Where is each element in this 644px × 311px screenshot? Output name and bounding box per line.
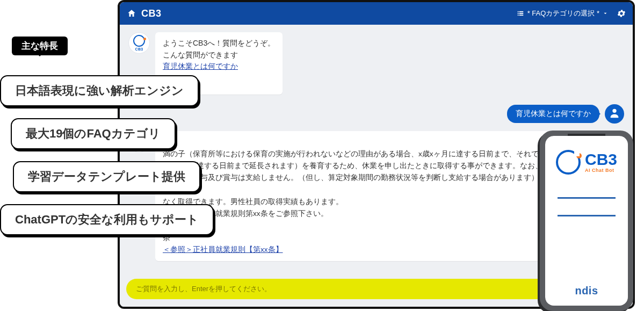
welcome-line-2: こんな質問ができます bbox=[163, 49, 275, 61]
phone-field-1[interactable] bbox=[558, 197, 616, 199]
app-title: CB3 bbox=[141, 8, 162, 19]
user-avatar bbox=[605, 104, 624, 124]
svg-point-6 bbox=[612, 109, 616, 112]
reference-link[interactable]: ＜参照＞正社員就業規則【第xx条】 bbox=[163, 245, 283, 254]
welcome-line-1: ようこそCB3へ！質問をどうぞ。 bbox=[163, 38, 275, 49]
features-badge: 主な特長 bbox=[12, 37, 68, 55]
phone-screen: CB3 AI Chat Bot ndis bbox=[545, 136, 628, 306]
gear-icon bbox=[617, 9, 626, 18]
chevron-down-icon bbox=[603, 11, 608, 16]
person-icon bbox=[609, 107, 620, 121]
faq-category-selector[interactable]: * FAQカテゴリの選択 * bbox=[513, 6, 611, 20]
phone-logo: CB3 AI Chat Bot bbox=[556, 150, 617, 175]
suggested-question-link[interactable]: 育児休業とは何ですか bbox=[163, 62, 238, 70]
phone-field-2[interactable] bbox=[558, 215, 616, 216]
feature-pill-3: 学習データテンプレート提供 bbox=[13, 161, 200, 192]
svg-rect-3 bbox=[519, 13, 523, 14]
phone-mockup: CB3 AI Chat Bot ndis bbox=[540, 131, 633, 311]
svg-rect-4 bbox=[517, 15, 518, 16]
phone-fields bbox=[558, 197, 616, 233]
user-bubble: 育児休業とは何ですか bbox=[507, 105, 599, 123]
phone-logo-text: CB3 bbox=[585, 151, 617, 168]
faq-selector-label: * FAQカテゴリの選択 * bbox=[527, 9, 599, 18]
input-placeholder: ご質問を入力し、Enterを押してください。 bbox=[136, 284, 271, 294]
svg-rect-2 bbox=[517, 13, 518, 14]
feature-pill-1: 日本語表現に強い解析エンジン bbox=[0, 75, 199, 106]
phone-brand: ndis bbox=[545, 285, 628, 297]
settings-button[interactable] bbox=[617, 9, 626, 18]
home-icon[interactable] bbox=[126, 8, 137, 19]
feature-pill-4: ChatGPTの安全な利用もサポート bbox=[0, 204, 214, 235]
svg-rect-5 bbox=[519, 15, 523, 16]
bot-avatar: CB3 bbox=[128, 32, 150, 54]
phone-logo-sub: AI Chat Bot bbox=[585, 168, 617, 173]
svg-rect-0 bbox=[517, 11, 518, 12]
list-icon bbox=[517, 10, 524, 17]
svg-rect-1 bbox=[519, 11, 523, 12]
cb3-ring-icon bbox=[556, 150, 581, 175]
feature-pill-2: 最大19個のFAQカテゴリ bbox=[11, 118, 176, 149]
window-titlebar: CB3 * FAQカテゴリの選択 * bbox=[120, 2, 633, 25]
